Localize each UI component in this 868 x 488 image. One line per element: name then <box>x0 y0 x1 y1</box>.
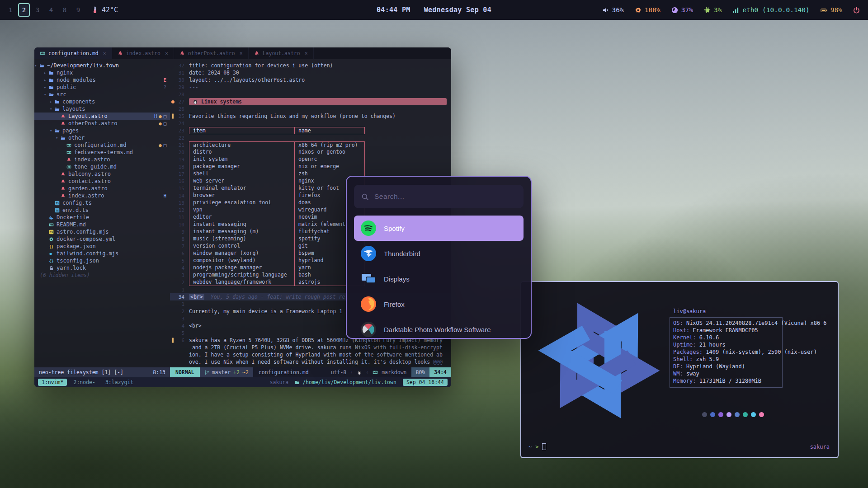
close-icon[interactable]: × <box>305 50 308 56</box>
tree-item-layouts[interactable]: ▾layouts <box>34 105 170 113</box>
html-tag: <br> <box>189 294 204 300</box>
palette-dot <box>710 412 715 417</box>
tmux-windows: 1:nvim*2:node-3:lazygit <box>38 379 137 386</box>
battery-value: 98% <box>830 6 842 14</box>
table-row: shellzsh <box>189 170 365 178</box>
chevron-right-icon: ▸ <box>44 85 49 89</box>
tab-otherPost.astro[interactable]: otherPost.astro× <box>174 47 249 59</box>
neotree-cursor-pos: 8:13 <box>153 369 165 375</box>
launcher-item-firefox[interactable]: Firefox <box>354 291 524 317</box>
separator: ‹ <box>350 369 353 375</box>
folder-icon <box>295 380 300 385</box>
darktable-icon <box>360 321 377 338</box>
line-number: 20 <box>175 150 189 155</box>
launcher-item-spotify[interactable]: Spotify <box>354 216 524 241</box>
tab-index.astro[interactable]: index.astro× <box>112 47 174 59</box>
editor-line: 27Linux systems <box>170 98 451 105</box>
editor-line: 24 <box>170 120 451 127</box>
tmux-path: /home/liv/Development/liv.town <box>295 379 396 385</box>
workspace-8[interactable]: 8 <box>59 3 71 17</box>
tree-item-node_modules[interactable]: ▸node_modulesE <box>34 76 170 84</box>
memory-module[interactable]: 37% <box>671 6 693 14</box>
tree-item-public[interactable]: ▸public? <box>34 84 170 91</box>
tree-item-tailwind.config.mjs[interactable]: tailwind.config.mjs <box>34 250 170 257</box>
tree-item-Layout.astro[interactable]: Layout.astroH●□ <box>34 113 170 120</box>
tree-item-garden.astro[interactable]: garden.astro <box>34 185 170 192</box>
shell-prompt[interactable]: ~ > <box>528 443 546 450</box>
editor-line: 31date: 2024-08-30 <box>170 69 451 76</box>
fetch-info-row: DE: Hyprland (Wayland) <box>673 363 827 371</box>
line-number: 2 <box>175 309 189 314</box>
cpu-module[interactable]: 3% <box>704 6 722 14</box>
tree-item-fediverse-terms.md[interactable]: fediverse-terms.md <box>34 149 170 156</box>
fetch-info: OS: NixOS 24.11.20240828.71e91c4 (Vicuna… <box>673 320 827 385</box>
tree-item-index.astro[interactable]: index.astro <box>34 156 170 163</box>
power-module[interactable] <box>853 7 860 14</box>
workspace-4[interactable]: 4 <box>45 3 57 17</box>
launcher-item-displays[interactable]: Displays <box>354 266 524 291</box>
line-number: 7 <box>175 244 189 249</box>
tree-item-pages[interactable]: ▾pages <box>34 127 170 134</box>
tree-item-contact.astro[interactable]: contact.astro <box>34 178 170 185</box>
file-tree: ▾ ~/Development/liv.town ▸nginx▸node_mod… <box>34 59 170 367</box>
gearfile-icon <box>49 237 54 242</box>
palette-dot <box>726 412 731 417</box>
tree-item-other[interactable]: ▾other <box>34 134 170 141</box>
brightness-module[interactable]: 100% <box>635 6 660 14</box>
battery-module[interactable]: 98% <box>821 6 842 14</box>
line-number: 6 <box>175 251 189 257</box>
tree-item-docker-compose.yml[interactable]: docker-compose.yml <box>34 235 170 243</box>
tree-item-src[interactable]: ▾src <box>34 91 170 98</box>
tree-item-package.json[interactable]: {}package.json <box>34 243 170 250</box>
cursor-position: 34:4 <box>429 367 451 377</box>
tree-item-configuration.md[interactable]: configuration.md●□ <box>34 141 170 149</box>
tree-item-components[interactable]: ▸components <box>34 98 170 105</box>
tree-root[interactable]: ▾ ~/Development/liv.town <box>34 62 170 69</box>
chevron-down-icon: ▾ <box>50 107 55 111</box>
tree-item-index.astro[interactable]: index.astroH <box>34 192 170 199</box>
markdown-icon <box>49 222 54 227</box>
line-number: 12 <box>175 207 189 213</box>
tree-item-balcony.astro[interactable]: balcony.astro <box>34 170 170 178</box>
svg-text:TS: TS <box>56 202 59 204</box>
workspace-2[interactable]: 2 <box>18 3 30 17</box>
network-module[interactable]: eth0 (10.0.0.140) <box>732 6 809 14</box>
volume-module[interactable]: 36% <box>602 6 624 14</box>
tmux-window-1:nvim*[interactable]: 1:nvim* <box>38 379 67 386</box>
tree-item-tsconfig.json[interactable]: {}tsconfig.json <box>34 257 170 264</box>
tree-item-Dockerfile[interactable]: Dockerfile <box>34 214 170 221</box>
tree-item-README.md[interactable]: README.md <box>34 221 170 228</box>
line-number: 16 <box>175 178 189 184</box>
workspace-1[interactable]: 1 <box>5 3 16 17</box>
tree-item-tone-guide.md[interactable]: tone-guide.md <box>34 163 170 170</box>
tree-item-label: tailwind.config.mjs <box>57 250 118 257</box>
statusline-filename: configuration.md <box>253 367 326 377</box>
tmux-window-2:node-[interactable]: 2:node- <box>70 379 99 386</box>
launcher-item-label: Firefox <box>384 300 405 308</box>
tree-item-badges: ●□ <box>159 121 166 126</box>
tmux-window-3:lazygit[interactable]: 3:lazygit <box>102 379 137 386</box>
astro-icon <box>118 51 123 56</box>
memory-value: 37% <box>681 6 693 14</box>
launcher-item-thunderbird[interactable]: Thunderbird <box>354 241 524 266</box>
tree-item-badges: ? <box>164 84 166 90</box>
tab-configuration.md[interactable]: configuration.md× <box>34 47 112 59</box>
close-icon[interactable]: × <box>103 50 106 56</box>
tree-item-env.d.ts[interactable]: TSenv.d.ts <box>34 206 170 214</box>
tree-item-yarn.lock[interactable]: yarn.lock <box>34 264 170 272</box>
workspace-9[interactable]: 9 <box>72 3 84 17</box>
astro-icon <box>61 186 66 191</box>
tab-Layout.astro[interactable]: Layout.astro× <box>249 47 314 59</box>
tree-item-config.ts[interactable]: TSconfig.ts <box>34 199 170 206</box>
tree-item-astro.config.mjs[interactable]: JSastro.config.mjs <box>34 228 170 235</box>
workspace-3[interactable]: 3 <box>32 3 43 17</box>
close-icon[interactable]: × <box>240 50 243 56</box>
tree-item-otherPost.astro[interactable]: otherPost.astro●□ <box>34 120 170 127</box>
launcher-item-darktable-photo-workflow-software[interactable]: Darktable Photo Workflow Software <box>354 317 524 339</box>
close-icon[interactable]: × <box>165 50 168 56</box>
fetch-info-row: Kernel: 6.10.6 <box>673 334 827 342</box>
tree-item-nginx[interactable]: ▸nginx <box>34 69 170 76</box>
search-input[interactable]: Search... <box>354 185 524 208</box>
chevron-down-icon: ▾ <box>44 92 49 97</box>
neotree-statusline: neo-tree filesystem [1] [-] 8:13 <box>34 367 170 377</box>
